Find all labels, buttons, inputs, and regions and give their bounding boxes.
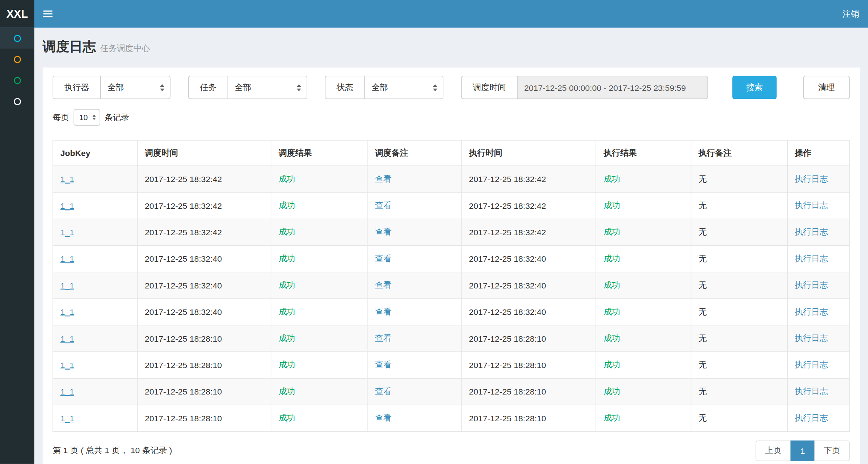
sidebar-toggle-button[interactable]: [34, 0, 61, 28]
trigger-msg-link[interactable]: 查看: [375, 333, 392, 343]
sidebar-item-4[interactable]: [0, 91, 34, 112]
job-select[interactable]: 全部: [228, 76, 307, 99]
exec-log-link[interactable]: 执行日志: [795, 253, 828, 263]
trigger-msg-link[interactable]: 查看: [375, 413, 392, 422]
exec-log-link[interactable]: 执行日志: [795, 413, 828, 422]
trigger-time-cell: 2017-12-25 18:28:10: [137, 352, 271, 378]
trigger-result-text: 成功: [279, 307, 295, 316]
trigger-time-cell: 2017-12-25 18:32:42: [137, 192, 271, 219]
trigger-result-text: 成功: [279, 253, 295, 263]
filter-job: 任务 全部: [188, 76, 307, 99]
trigger-time-label: 调度时间: [461, 76, 517, 99]
trigger-result-text: 成功: [279, 413, 295, 422]
jobkey-link[interactable]: 1_1: [60, 387, 74, 396]
trigger-result-text: 成功: [279, 333, 295, 343]
col-header-trigger-msg[interactable]: 调度备注: [367, 140, 462, 166]
trigger-msg-link[interactable]: 查看: [375, 307, 392, 316]
col-header-trigger-result[interactable]: 调度结果: [271, 140, 367, 166]
trigger-time-input[interactable]: 2017-12-25 00:00:00 - 2017-12-25 23:59:5…: [517, 76, 708, 99]
jobkey-link[interactable]: 1_1: [60, 360, 74, 370]
log-table-body: 1_1 2017-12-25 18:32:42 成功 查看 2017-12-25…: [53, 166, 850, 431]
handle-time-cell: 2017-12-25 18:28:10: [462, 325, 596, 351]
handle-result-text: 成功: [604, 333, 620, 343]
handle-time-cell: 2017-12-25 18:28:10: [462, 405, 596, 431]
col-header-handle-result[interactable]: 执行结果: [596, 140, 691, 166]
table-row: 1_1 2017-12-25 18:28:10 成功 查看 2017-12-25…: [53, 325, 850, 351]
handle-result-text: 成功: [604, 253, 620, 263]
table-row: 1_1 2017-12-25 18:32:42 成功 查看 2017-12-25…: [53, 219, 850, 245]
trigger-msg-link[interactable]: 查看: [375, 280, 392, 290]
handle-result-text: 成功: [604, 386, 620, 396]
handle-time-cell: 2017-12-25 18:32:40: [462, 272, 596, 299]
filter-bar: 执行器 全部 任务 全部 状态 全部: [52, 76, 850, 99]
handle-msg-cell: 无: [691, 299, 787, 325]
exec-log-link[interactable]: 执行日志: [795, 333, 828, 343]
table-row: 1_1 2017-12-25 18:32:40 成功 查看 2017-12-25…: [53, 245, 850, 272]
job-select-value: 全部: [235, 82, 251, 93]
trigger-result-text: 成功: [279, 201, 295, 210]
executor-select[interactable]: 全部: [100, 76, 170, 99]
jobkey-link[interactable]: 1_1: [60, 254, 74, 263]
exec-log-link[interactable]: 执行日志: [795, 227, 828, 236]
handle-result-text: 成功: [604, 227, 620, 236]
current-page-button[interactable]: 1: [791, 440, 815, 461]
jobkey-link[interactable]: 1_1: [60, 307, 74, 317]
search-button[interactable]: 搜索: [732, 76, 776, 99]
col-header-trigger-time[interactable]: 调度时间: [137, 140, 271, 166]
jobkey-link[interactable]: 1_1: [60, 174, 74, 184]
exec-log-link[interactable]: 执行日志: [795, 360, 828, 369]
trigger-msg-link[interactable]: 查看: [375, 174, 392, 183]
jobkey-link[interactable]: 1_1: [60, 280, 74, 290]
prev-page-button[interactable]: 上页: [755, 440, 791, 461]
exec-log-link[interactable]: 执行日志: [795, 307, 828, 316]
clear-button[interactable]: 清理: [803, 76, 850, 99]
exec-log-link[interactable]: 执行日志: [795, 174, 828, 183]
status-select-value: 全部: [371, 82, 388, 93]
trigger-msg-link[interactable]: 查看: [375, 360, 392, 369]
handle-time-cell: 2017-12-25 18:28:10: [462, 352, 596, 378]
table-row: 1_1 2017-12-25 18:32:40 成功 查看 2017-12-25…: [53, 272, 850, 299]
handle-result-text: 成功: [604, 174, 620, 183]
jobkey-link[interactable]: 1_1: [60, 201, 74, 210]
sidebar-item-2[interactable]: [0, 49, 34, 70]
page-size-control: 每页 10 条记录: [52, 109, 850, 126]
trigger-result-text: 成功: [279, 386, 295, 396]
filter-status: 状态 全部: [325, 76, 443, 99]
exec-log-link[interactable]: 执行日志: [795, 280, 828, 290]
exec-log-link[interactable]: 执行日志: [795, 201, 828, 210]
select-arrows-icon: [433, 84, 437, 91]
table-row: 1_1 2017-12-25 18:28:10 成功 查看 2017-12-25…: [53, 378, 850, 405]
sidebar-item-1[interactable]: [0, 28, 34, 48]
executor-select-value: 全部: [108, 82, 124, 93]
jobkey-link[interactable]: 1_1: [60, 413, 74, 423]
pagination-summary: 第 1 页 ( 总共 1 页， 10 条记录 ): [52, 446, 172, 456]
page-size-select[interactable]: 10: [73, 109, 100, 126]
table-footer: 第 1 页 ( 总共 1 页， 10 条记录 ) 上页 1 下页: [52, 440, 850, 461]
next-page-button[interactable]: 下页: [814, 440, 850, 461]
table-row: 1_1 2017-12-25 18:32:40 成功 查看 2017-12-25…: [53, 299, 850, 325]
trigger-result-text: 成功: [279, 174, 295, 183]
col-header-handle-msg[interactable]: 执行备注: [691, 140, 787, 166]
handle-msg-cell: 无: [691, 405, 787, 431]
handle-time-cell: 2017-12-25 18:32:42: [462, 192, 596, 219]
handle-msg-cell: 无: [691, 272, 787, 299]
status-select[interactable]: 全部: [364, 76, 443, 99]
table-row: 1_1 2017-12-25 18:32:42 成功 查看 2017-12-25…: [53, 192, 850, 219]
jobkey-link[interactable]: 1_1: [60, 334, 74, 343]
logout-link[interactable]: 注销: [834, 0, 868, 28]
col-header-handle-time[interactable]: 执行时间: [462, 140, 596, 166]
trigger-msg-link[interactable]: 查看: [375, 227, 392, 236]
jobkey-link[interactable]: 1_1: [60, 228, 74, 237]
trigger-time-cell: 2017-12-25 18:32:42: [137, 166, 271, 192]
exec-log-link[interactable]: 执行日志: [795, 386, 828, 396]
trigger-msg-link[interactable]: 查看: [375, 386, 392, 396]
sidebar-item-3[interactable]: [0, 70, 34, 91]
menu-circle-icon: [13, 77, 21, 84]
filter-executor: 执行器 全部: [52, 76, 170, 99]
col-header-action[interactable]: 操作: [787, 140, 850, 166]
col-header-jobkey[interactable]: JobKey: [53, 140, 137, 166]
brand-logo[interactable]: XXL: [0, 0, 34, 28]
main-content: 调度日志任务调度中心 执行器 全部 任务 全部: [34, 28, 868, 464]
trigger-msg-link[interactable]: 查看: [375, 201, 392, 210]
trigger-msg-link[interactable]: 查看: [375, 253, 392, 263]
